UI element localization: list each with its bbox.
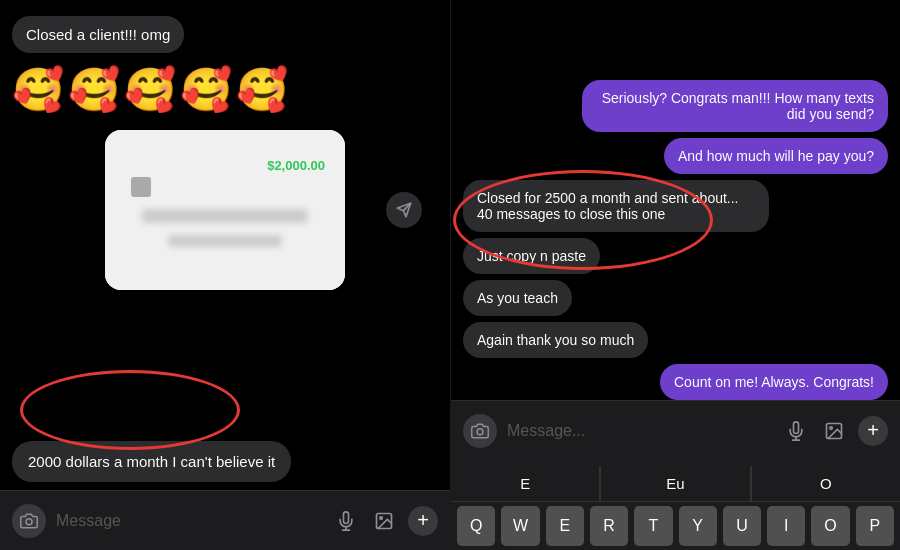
suggestion-eu[interactable]: Eu: [601, 466, 750, 501]
message-input-right[interactable]: Message...: [507, 422, 772, 440]
camera-button[interactable]: [12, 504, 46, 538]
key-y[interactable]: Y: [679, 506, 717, 546]
right-msg-pay: And how much will he pay you?: [664, 138, 888, 174]
keyboard-suggestions: E Eu O: [451, 466, 900, 502]
keyboard-area: E Eu O Q W E R T Y U I O P: [451, 460, 900, 550]
left-chat-panel: Closed a client!!! omg 🥰🥰🥰🥰🥰 $2,000.00: [0, 0, 450, 550]
right-bottom-bar: Message... +: [451, 400, 900, 460]
message-input-left[interactable]: Message: [56, 512, 322, 530]
gallery-icon[interactable]: [370, 507, 398, 535]
mic-icon-right[interactable]: [782, 417, 810, 445]
mic-icon[interactable]: [332, 507, 360, 535]
left-message-list: Closed a client!!! omg 🥰🥰🥰🥰🥰 $2,000.00: [0, 0, 450, 490]
right-message-list: Seriously? Congrats man!!! How many text…: [451, 0, 900, 400]
left-msg-copy: Just copy n paste: [463, 238, 600, 274]
key-i[interactable]: I: [767, 506, 805, 546]
svg-point-6: [380, 516, 383, 519]
svg-point-2: [26, 518, 32, 524]
send-button[interactable]: [386, 192, 422, 228]
left-msg-2000: 2000 dollars a month I can't believe it: [12, 441, 291, 482]
key-p[interactable]: P: [856, 506, 894, 546]
key-w[interactable]: W: [501, 506, 539, 546]
payment-amount: $2,000.00: [267, 158, 325, 173]
key-e[interactable]: E: [546, 506, 584, 546]
left-msg-closed: Closed for 2500 a month and sent about..…: [463, 180, 769, 232]
right-chat-panel: Seriously? Congrats man!!! How many text…: [450, 0, 900, 550]
left-msg-thankyou: Again thank you so much: [463, 322, 648, 358]
key-o[interactable]: O: [811, 506, 849, 546]
right-msg-congrats: Seriously? Congrats man!!! How many text…: [582, 80, 888, 132]
left-bottom-bar: Message +: [0, 490, 450, 550]
camera-button-right[interactable]: [463, 414, 497, 448]
plus-icon-right[interactable]: +: [858, 416, 888, 446]
keyboard-row-1: Q W E R T Y U I O P: [451, 502, 900, 550]
blur-line-1: [142, 209, 308, 223]
left-msg-1: Closed a client!!! omg: [12, 16, 184, 53]
gallery-icon-right[interactable]: [820, 417, 848, 445]
svg-point-7: [477, 428, 483, 434]
suggestion-o[interactable]: O: [752, 466, 900, 501]
blur-line-2: [168, 235, 282, 247]
key-t[interactable]: T: [634, 506, 672, 546]
suggestion-e[interactable]: E: [451, 466, 600, 501]
svg-point-11: [830, 426, 833, 429]
key-q[interactable]: Q: [457, 506, 495, 546]
key-r[interactable]: R: [590, 506, 628, 546]
right-msg-counton: Count on me! Always. Congrats!: [660, 364, 888, 400]
payment-card-wrapper: $2,000.00: [12, 126, 438, 294]
plus-icon[interactable]: +: [408, 506, 438, 536]
payment-card: $2,000.00: [105, 130, 345, 290]
emoji-row: 🥰🥰🥰🥰🥰: [12, 61, 292, 118]
key-u[interactable]: U: [723, 506, 761, 546]
left-msg-teach: As you teach: [463, 280, 572, 316]
